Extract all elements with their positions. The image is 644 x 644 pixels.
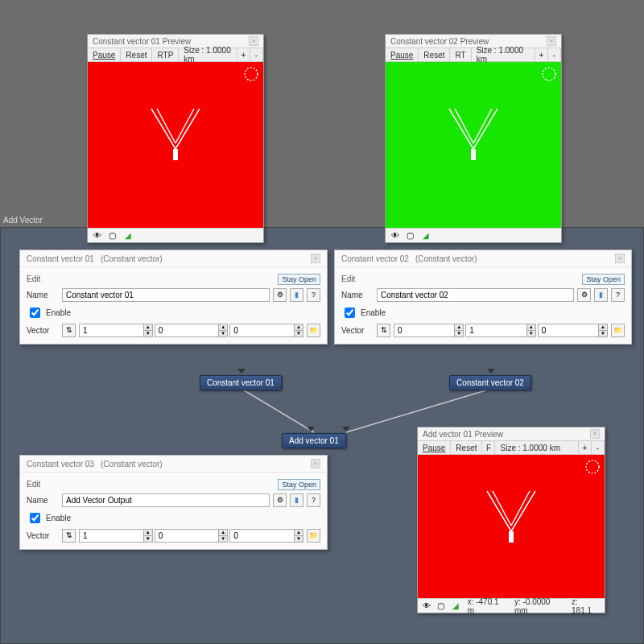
close-icon[interactable]: × — [311, 254, 320, 263]
preview-panel-addvector: Add vector 01 Preview × Pause Reset F Si… — [417, 427, 605, 613]
gear-icon[interactable]: ⚙ — [273, 288, 287, 302]
vector-x-input[interactable] — [394, 324, 464, 337]
svg-line-15 — [511, 491, 535, 531]
info-icon[interactable]: ▮ — [290, 288, 303, 302]
compass-icon — [585, 460, 600, 474]
vector-mode-icon[interactable]: ⇅ — [377, 324, 390, 337]
stay-open-button[interactable]: Stay Open — [582, 274, 625, 285]
vector-x-input[interactable] — [79, 324, 153, 337]
close-icon[interactable]: × — [547, 36, 556, 46]
reset-button[interactable]: Reset — [451, 441, 482, 454]
inspector-subtitle: (Constant vector) — [101, 254, 163, 263]
gear-icon[interactable]: ⚙ — [577, 288, 591, 302]
preview-panel-cv01: Constant vector 01 Preview × Pause Reset… — [87, 34, 264, 243]
zoom-out-button[interactable]: - — [592, 441, 605, 454]
gear-icon[interactable]: ⚙ — [273, 493, 287, 507]
node-input-port — [487, 369, 495, 374]
vector-z-input[interactable] — [229, 529, 303, 543]
eye-icon[interactable]: 👁 — [421, 601, 432, 611]
stay-open-button[interactable]: Stay Open — [278, 479, 320, 490]
compass-icon — [244, 67, 258, 81]
close-icon[interactable]: × — [311, 459, 320, 469]
help-icon[interactable]: ? — [307, 493, 320, 507]
info-icon[interactable]: ▮ — [290, 493, 303, 507]
vector-x-input[interactable] — [79, 529, 153, 543]
preview-panel-cv02: Constant vector 02 Preview × Pause Reset… — [385, 34, 562, 243]
edit-label: Edit — [27, 480, 40, 490]
rt-button[interactable]: RT — [450, 48, 471, 61]
inspector-cv01: Constant vector 01 (Constant vector) × E… — [19, 250, 328, 345]
rtp-button[interactable]: RTP — [152, 48, 179, 61]
inspector-title: Constant vector 03 — [27, 460, 94, 469]
enable-checkbox[interactable]: Enable — [27, 510, 320, 526]
zoom-in-button[interactable]: + — [535, 48, 548, 61]
help-icon[interactable]: ? — [611, 288, 625, 302]
measure-icon[interactable]: ◢ — [419, 230, 431, 241]
node-input-port — [342, 427, 350, 431]
preview-viewport[interactable] — [386, 62, 561, 228]
name-label: Name — [27, 496, 59, 505]
pause-button[interactable]: Pause — [88, 48, 121, 61]
reset-button[interactable]: Reset — [419, 48, 450, 61]
svg-line-2 — [151, 109, 175, 149]
vector-mode-icon[interactable]: ⇅ — [62, 324, 76, 337]
svg-line-14 — [487, 491, 511, 531]
inspector-cv03: Constant vector 03 (Constant vector) × E… — [19, 455, 328, 550]
edit-label: Edit — [341, 275, 355, 285]
name-input[interactable] — [377, 288, 574, 302]
focus-icon[interactable]: ▢ — [404, 230, 416, 241]
folder-icon[interactable]: 📁 — [307, 324, 320, 337]
vector-z-input[interactable] — [538, 324, 608, 337]
name-label: Name — [341, 291, 374, 299]
f-button[interactable]: F — [482, 441, 495, 454]
reset-button[interactable]: Reset — [121, 48, 152, 61]
node-add-vector-01[interactable]: Add vector 01 — [282, 433, 346, 448]
folder-icon[interactable]: 📁 — [307, 529, 320, 543]
svg-line-8 — [449, 109, 473, 149]
eye-icon[interactable]: 👁 — [389, 230, 401, 241]
folder-icon[interactable]: 📁 — [611, 324, 625, 337]
eye-icon[interactable]: 👁 — [91, 230, 103, 241]
zoom-in-button[interactable]: + — [579, 441, 592, 454]
name-input[interactable] — [62, 288, 270, 302]
enable-checkbox[interactable]: Enable — [341, 305, 625, 320]
name-input[interactable] — [62, 493, 270, 507]
svg-line-9 — [473, 109, 497, 149]
focus-icon[interactable]: ▢ — [436, 601, 447, 611]
focus-icon[interactable]: ▢ — [106, 230, 118, 241]
vector-y-input[interactable] — [155, 324, 229, 337]
vector-y-input[interactable] — [465, 324, 535, 337]
node-input-port — [237, 369, 246, 374]
enable-checkbox[interactable]: Enable — [27, 305, 320, 320]
vector-mode-icon[interactable]: ⇅ — [62, 529, 76, 543]
vector-y-input[interactable] — [155, 529, 229, 543]
inspector-subtitle: (Constant vector) — [415, 254, 477, 263]
info-icon[interactable]: ▮ — [594, 288, 608, 302]
size-label: Size : 1.0000 km — [179, 48, 237, 61]
inspector-subtitle: (Constant vector) — [101, 460, 163, 469]
node-constant-vector-02[interactable]: Constant vector 02 — [449, 375, 531, 390]
zoom-in-button[interactable]: + — [237, 48, 250, 61]
inspector-title: Constant vector 02 — [341, 254, 409, 263]
inspector-cv02: Constant vector 02 (Constant vector) × E… — [334, 250, 632, 345]
zoom-out-button[interactable]: - — [250, 48, 263, 61]
measure-icon[interactable]: ◢ — [122, 230, 134, 241]
help-icon[interactable]: ? — [307, 288, 320, 302]
node-constant-vector-01[interactable]: Constant vector 01 — [200, 375, 282, 390]
preview-viewport[interactable] — [88, 62, 263, 228]
pause-button[interactable]: Pause — [418, 441, 451, 454]
svg-line-17 — [511, 491, 530, 526]
preview-viewport[interactable] — [418, 455, 605, 598]
pause-button[interactable]: Pause — [386, 48, 419, 61]
preview-title: Constant vector 01 Preview — [93, 37, 191, 46]
vector-z-input[interactable] — [229, 324, 303, 337]
close-icon[interactable]: × — [615, 254, 625, 263]
coord-x: x: -470.1 m — [464, 597, 508, 615]
compass-icon — [542, 67, 556, 81]
zoom-out-button[interactable]: - — [548, 48, 561, 61]
close-icon[interactable]: × — [249, 36, 258, 46]
size-label: Size : 1.0000 km — [472, 48, 535, 61]
stay-open-button[interactable]: Stay Open — [278, 274, 320, 285]
close-icon[interactable]: × — [590, 429, 600, 439]
measure-icon[interactable]: ◢ — [450, 601, 461, 611]
